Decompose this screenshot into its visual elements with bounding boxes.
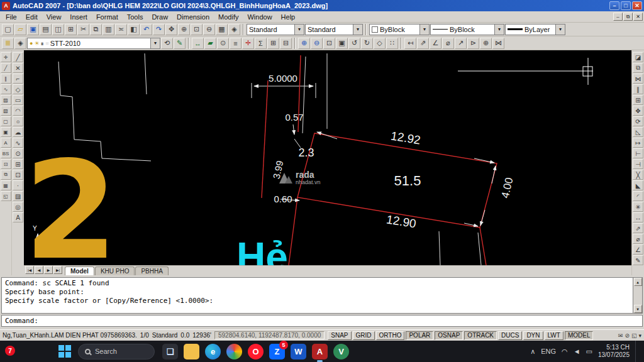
save-icon[interactable]: ▣ <box>27 24 39 35</box>
area-icon[interactable]: ▰ <box>204 38 216 49</box>
zoom-all-icon[interactable]: ▣ <box>336 38 348 49</box>
xref-icon[interactable]: ⧉ <box>1 170 11 180</box>
language-indicator[interactable]: ENG <box>541 348 556 355</box>
radius-dimension-icon[interactable]: ⌀ <box>633 234 643 244</box>
construction-line-icon[interactable]: ✕ <box>13 63 23 73</box>
menu-view[interactable]: View <box>42 13 66 21</box>
center-mark-icon[interactable]: ⊕ <box>480 38 492 49</box>
extend-icon[interactable]: ⊣ <box>633 159 643 169</box>
field-icon[interactable]: ⊟ <box>280 38 292 49</box>
make-object-layer-current-icon[interactable]: ✎ <box>174 38 186 49</box>
insert-block-icon[interactable]: ⊡ <box>1 159 11 169</box>
undo-icon[interactable]: ↶ <box>140 24 152 35</box>
radius-dimension-icon[interactable]: ⌀ <box>442 38 454 49</box>
layer-dropdown[interactable]: ●☀∎■ STT-2010 ▾ <box>27 38 160 49</box>
lwt-toggle[interactable]: LWT <box>545 331 564 340</box>
hatch-tool-icon[interactable]: ▨ <box>1 95 11 105</box>
rotate-icon[interactable]: ⟳ <box>633 116 643 126</box>
layer-properties-icon[interactable]: ≣ <box>2 38 14 49</box>
first-tab-button[interactable]: |◀ <box>25 266 34 274</box>
point-icon[interactable]: · <box>13 180 23 190</box>
volume-icon[interactable]: ◄ <box>574 348 580 355</box>
table-icon[interactable]: ⊞ <box>267 38 279 49</box>
prev-tab-button[interactable]: ◀ <box>35 266 43 274</box>
menu-file[interactable]: File <box>1 13 21 21</box>
zoom-in-icon[interactable]: ⊕ <box>298 38 310 49</box>
mirror-icon[interactable]: ⋈ <box>633 74 643 84</box>
boundary-icon[interactable]: ▢ <box>1 116 11 126</box>
chevron-down-icon[interactable]: ▾ <box>419 25 429 35</box>
battery-icon[interactable]: ▭ <box>586 348 592 356</box>
layer-previous-icon[interactable]: ⟲ <box>161 38 173 49</box>
menu-dimension[interactable]: Dimension <box>172 13 214 21</box>
chevron-down-icon[interactable]: ▾ <box>150 38 160 48</box>
redraw-icon[interactable]: ↺ <box>348 38 360 49</box>
aligned-dimension-icon[interactable]: ⇗ <box>417 38 429 49</box>
circle-icon[interactable]: ○ <box>13 116 23 126</box>
opera-icon[interactable]: O <box>248 344 264 359</box>
dimension-style-icon[interactable]: ⋈ <box>492 38 504 49</box>
redo-icon[interactable]: ↷ <box>153 24 165 35</box>
publish-icon[interactable]: ⊞ <box>65 24 77 35</box>
status-menu-chevron-icon[interactable]: ▾ <box>638 332 641 339</box>
communication-center-icon[interactable]: ✉ <box>618 332 623 339</box>
paste-icon[interactable]: ▥ <box>103 24 114 35</box>
hatch-icon[interactable]: ▨ <box>13 191 23 201</box>
make-block-icon[interactable]: ⊡ <box>13 170 23 180</box>
text-style-icon[interactable]: A <box>1 138 11 148</box>
grid-toggle[interactable]: GRID <box>353 331 375 340</box>
widgets-badge[interactable]: 7 <box>5 346 15 356</box>
edge-icon[interactable]: e <box>205 344 221 359</box>
document-minimize-button[interactable]: – <box>613 13 623 21</box>
chrome-icon[interactable] <box>226 344 242 359</box>
clean-screen-icon[interactable]: ◱ <box>631 332 637 339</box>
plot-icon[interactable]: ▤ <box>40 24 52 35</box>
scroll-up-icon[interactable]: ▲ <box>634 278 642 286</box>
ole-object-icon[interactable]: ◱ <box>1 191 11 201</box>
spline-edit-icon[interactable]: ∿ <box>1 84 11 94</box>
zalo-icon[interactable]: Z 5 <box>269 344 285 359</box>
word-icon[interactable]: W <box>291 344 306 359</box>
gradient-icon[interactable]: ▧ <box>1 106 11 116</box>
array-icon[interactable]: ⊞ <box>633 95 643 105</box>
regen-icon[interactable]: ↻ <box>361 38 373 49</box>
chamfer-icon[interactable]: ◣ <box>633 180 643 190</box>
layers-icon[interactable]: ◈ <box>14 38 26 49</box>
tab-khu-pho[interactable]: KHU PHO <box>95 266 135 275</box>
chevron-down-icon[interactable]: ▾ <box>353 25 362 35</box>
last-tab-button[interactable]: ▶| <box>53 266 62 274</box>
minimize-button[interactable]: – <box>609 1 619 10</box>
pan-icon[interactable]: ✥ <box>165 24 177 35</box>
move-icon[interactable]: ✥ <box>633 106 643 116</box>
aligned-dimension-icon[interactable]: ⇗ <box>633 223 643 233</box>
offset-icon[interactable]: ∥ <box>633 84 643 94</box>
search-input[interactable]: Search <box>78 344 155 359</box>
explorer-icon[interactable] <box>184 344 199 359</box>
taskview-icon[interactable]: ❏ <box>162 344 178 359</box>
close-button[interactable]: ✕ <box>632 1 642 10</box>
zoom-window-icon[interactable]: ⊡ <box>191 24 203 35</box>
menu-edit[interactable]: Edit <box>21 13 42 21</box>
chevron-down-icon[interactable]: ▾ <box>555 25 565 35</box>
break-icon[interactable]: ╳ <box>633 170 643 180</box>
chevron-down-icon[interactable]: ▾ <box>494 25 504 35</box>
stretch-icon[interactable]: ↦ <box>633 138 643 148</box>
menu-help[interactable]: Help <box>277 13 300 21</box>
osnap-toggle[interactable]: OSNAP <box>435 331 463 340</box>
show-desktop-button[interactable] <box>635 341 638 362</box>
quick-sum-icon[interactable]: Σ <box>255 38 267 49</box>
fillet-icon[interactable]: ◜ <box>633 191 643 201</box>
maximize-button[interactable]: □ <box>621 1 631 10</box>
copy-object-icon[interactable]: ⧉ <box>633 63 643 73</box>
trim-icon[interactable]: ⊢ <box>633 148 643 158</box>
color-dropdown[interactable]: ByBlock ▾ <box>369 24 430 35</box>
insert-block-icon[interactable]: ⊞ <box>13 159 23 169</box>
osnap-settings-icon[interactable]: ◇ <box>374 38 386 49</box>
zoom-realtime-icon[interactable]: ⊕ <box>178 24 190 35</box>
document-restore-button[interactable]: ⧉ <box>623 13 633 21</box>
linear-dimension-icon[interactable]: ↔ <box>633 212 643 222</box>
next-tab-button[interactable]: ▶ <box>44 266 53 274</box>
model-toggle[interactable]: MODEL <box>565 331 594 340</box>
chevron-down-icon[interactable]: ▾ <box>294 25 304 35</box>
explode-icon[interactable]: ✳ <box>633 202 643 212</box>
